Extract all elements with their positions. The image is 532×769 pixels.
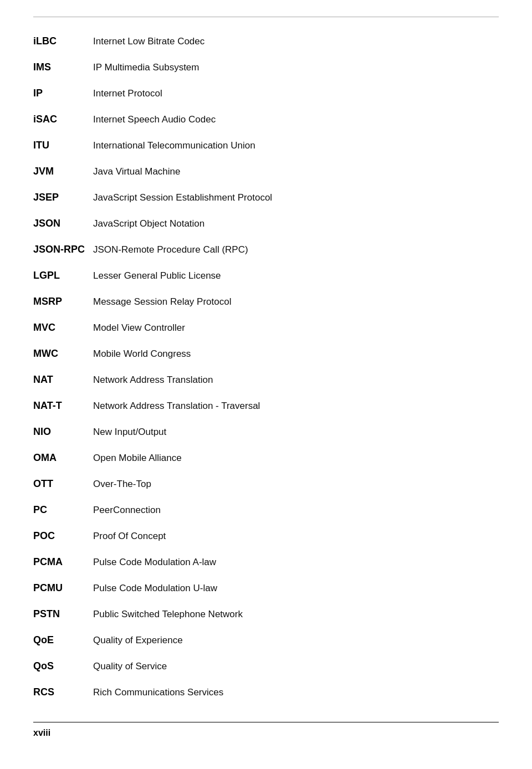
top-rule <box>33 17 499 17</box>
abbreviation-item: NATNetwork Address Translation <box>33 367 499 393</box>
abbr-term: QoE <box>33 633 89 648</box>
abbreviation-item: iSACInternet Speech Audio Codec <box>33 106 499 132</box>
abbr-definition: Java Virtual Machine <box>93 165 181 179</box>
abbr-term: IP <box>33 86 89 101</box>
abbreviation-item: RCSRich Communications Services <box>33 679 499 705</box>
abbr-term: NIO <box>33 424 89 439</box>
abbr-term: NAT <box>33 372 89 387</box>
abbreviation-item: PCMUPulse Code Modulation U-law <box>33 575 499 601</box>
abbreviation-item: JVMJava Virtual Machine <box>33 158 499 184</box>
abbr-term: PCMA <box>33 555 89 570</box>
abbr-definition: IP Multimedia Subsystem <box>93 60 199 75</box>
abbr-definition: Quality of Experience <box>93 633 183 648</box>
abbreviation-item: IPInternet Protocol <box>33 80 499 106</box>
abbr-term: iSAC <box>33 112 89 127</box>
abbr-term: NAT-T <box>33 398 89 413</box>
abbr-definition: Public Switched Telephone Network <box>93 607 243 622</box>
abbreviation-item: OMAOpen Mobile Alliance <box>33 445 499 471</box>
abbreviation-item: OTTOver-The-Top <box>33 471 499 497</box>
abbreviation-list: iLBCInternet Low Bitrate CodecIMSIP Mult… <box>33 28 499 705</box>
abbr-definition: Rich Communications Services <box>93 685 223 700</box>
abbr-term: QoS <box>33 659 89 674</box>
abbreviation-item: PCPeerConnection <box>33 497 499 523</box>
abbr-definition: Proof Of Concept <box>93 529 166 544</box>
abbr-definition: Lesser General Public License <box>93 269 221 283</box>
abbr-definition: Internet Protocol <box>93 86 162 101</box>
abbr-term: MSRP <box>33 294 89 309</box>
abbr-definition: New Input/Output <box>93 425 166 439</box>
abbr-definition: Pulse Code Modulation A-law <box>93 555 216 570</box>
abbreviation-item: ITUInternational Telecommunication Union <box>33 132 499 158</box>
abbr-definition: Internet Speech Audio Codec <box>93 112 216 127</box>
abbr-definition: International Telecommunication Union <box>93 139 255 153</box>
abbr-term: PCMU <box>33 581 89 596</box>
abbr-definition: Model View Controller <box>93 321 185 335</box>
abbr-term: PC <box>33 503 89 517</box>
abbr-definition: Internet Low Bitrate Codec <box>93 34 204 49</box>
abbr-term: OTT <box>33 476 89 491</box>
abbr-term: IMS <box>33 60 89 75</box>
abbr-term: iLBC <box>33 34 89 49</box>
abbr-term: MWC <box>33 346 89 361</box>
abbr-definition: Quality of Service <box>93 659 167 674</box>
abbreviation-item: JSON-RPCJSON-Remote Procedure Call (RPC) <box>33 237 499 263</box>
abbreviation-item: MVCModel View Controller <box>33 315 499 341</box>
abbr-definition: JSON-Remote Procedure Call (RPC) <box>93 243 248 257</box>
page-number: xviii <box>33 728 50 737</box>
abbreviation-item: NIONew Input/Output <box>33 419 499 445</box>
abbreviation-item: MSRPMessage Session Relay Protocol <box>33 289 499 315</box>
abbr-definition: Message Session Relay Protocol <box>93 295 231 309</box>
abbreviation-item: iLBCInternet Low Bitrate Codec <box>33 28 499 54</box>
abbr-definition: PeerConnection <box>93 503 161 517</box>
abbr-term: MVC <box>33 320 89 335</box>
abbreviation-item: QoSQuality of Service <box>33 653 499 679</box>
abbr-term: LGPL <box>33 268 89 283</box>
abbreviation-item: POCProof Of Concept <box>33 523 499 549</box>
abbreviation-item: PSTNPublic Switched Telephone Network <box>33 601 499 627</box>
abbr-definition: JavaScript Session Establishment Protoco… <box>93 191 272 205</box>
abbr-definition: Open Mobile Alliance <box>93 451 182 465</box>
abbr-term: JSON <box>33 216 89 231</box>
abbr-definition: Network Address Translation - Traversal <box>93 399 260 413</box>
abbr-definition: Over-The-Top <box>93 477 151 491</box>
abbreviation-item: PCMAPulse Code Modulation A-law <box>33 549 499 575</box>
abbreviation-item: MWCMobile World Congress <box>33 341 499 367</box>
abbr-term: ITU <box>33 138 89 153</box>
abbreviation-item: IMSIP Multimedia Subsystem <box>33 54 499 80</box>
abbreviation-item: JSONJavaScript Object Notation <box>33 211 499 237</box>
abbr-term: JVM <box>33 164 89 179</box>
abbr-term: OMA <box>33 450 89 465</box>
abbr-definition: Network Address Translation <box>93 373 213 387</box>
abbreviation-item: QoEQuality of Experience <box>33 627 499 653</box>
abbr-term: RCS <box>33 685 89 700</box>
abbr-term: PSTN <box>33 607 89 622</box>
abbreviation-item: LGPLLesser General Public License <box>33 263 499 289</box>
abbr-definition: Mobile World Congress <box>93 347 191 361</box>
abbreviation-item: NAT-TNetwork Address Translation - Trave… <box>33 393 499 419</box>
abbr-definition: JavaScript Object Notation <box>93 217 204 231</box>
abbr-term: JSON-RPC <box>33 242 89 257</box>
abbr-definition: Pulse Code Modulation U-law <box>93 581 217 596</box>
abbr-term: POC <box>33 529 89 544</box>
page-footer: xviii <box>33 722 499 739</box>
abbreviation-item: JSEPJavaScript Session Establishment Pro… <box>33 184 499 211</box>
abbr-term: JSEP <box>33 190 89 205</box>
